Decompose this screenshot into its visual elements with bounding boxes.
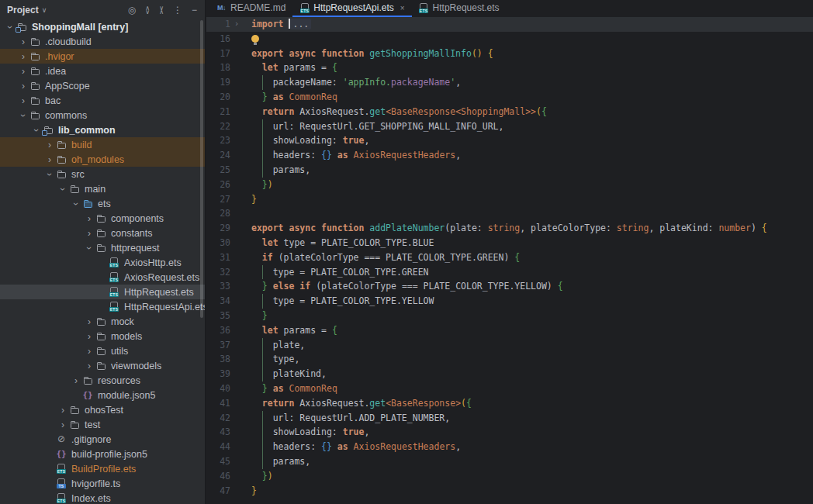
line-number[interactable]: 40 [206,381,230,396]
chevron-expanded-icon[interactable]: › [85,243,94,254]
line-number[interactable]: 28 [206,206,230,221]
tree-item[interactable]: ›utils [0,343,205,358]
tree-item[interactable]: ›mock [0,314,205,329]
line-number[interactable]: 18 [206,60,230,75]
code-line[interactable]: 16 [206,32,813,47]
chevron-collapsed-icon[interactable]: › [57,406,68,415]
chevron-expanded-icon[interactable]: › [19,110,28,121]
chevron-collapsed-icon[interactable]: › [84,214,95,223]
code-line[interactable]: 31 if (plateColorType === PLATE_COLOR_TY… [206,250,813,265]
chevron-collapsed-icon[interactable]: › [84,361,95,371]
code-line[interactable]: 42 url: RequestUrl.ADD_PLATE_NUMBER, [206,411,813,426]
line-number[interactable]: 1 [206,17,230,32]
chevron-collapsed-icon[interactable]: › [84,317,95,326]
code-line[interactable]: 24 headers: {} as AxiosRequestHeaders, [206,148,813,163]
chevron-collapsed-icon[interactable]: › [84,347,95,356]
code-line[interactable]: 21 return AxiosRequest.get<BaseResponse<… [206,105,813,119]
line-number[interactable]: 36 [206,323,230,338]
code-line[interactable]: 30 let type = PLATE_COLOR_TYPE.BLUE [206,236,813,250]
hide-panel-icon[interactable]: − [192,5,197,15]
tree-item[interactable]: ›lib_common [0,123,205,137]
code-line[interactable]: 44 headers: {} as AxiosRequestHeaders, [206,440,813,454]
tree-item[interactable]: ETSHttpRequestApi.ets [0,299,205,314]
chevron-expanded-icon[interactable]: › [32,125,41,136]
tree-item[interactable]: ›.cloudbuild [0,34,205,49]
line-number[interactable]: 27 [206,192,230,207]
tree-item[interactable]: ETSHttpRequest.ets [0,285,205,299]
collapse-all-icon[interactable]: ∨∧ [159,6,164,14]
fold-marker-icon[interactable]: › [230,17,243,32]
line-number[interactable]: 35 [206,309,230,323]
line-number[interactable]: 46 [206,469,230,484]
code-line[interactable]: 33 } else if (plateColorType === PLATE_C… [206,279,813,294]
code-line[interactable]: 41 return AxiosRequest.get<BaseResponse>… [206,396,813,411]
chevron-expanded-icon[interactable]: › [71,198,81,209]
line-number[interactable]: 34 [206,294,230,309]
line-number[interactable]: 38 [206,352,230,367]
line-number[interactable]: 45 [206,454,230,469]
code-line[interactable]: 27} [206,192,813,207]
code-line[interactable]: 17export async function getShoppingMallI… [206,47,813,61]
panel-scrollbar[interactable] [200,20,203,318]
tree-item[interactable]: ›ohosTest [0,402,205,417]
line-number[interactable]: 44 [206,440,230,454]
code-line[interactable]: 25 params, [206,163,813,178]
editor-tab[interactable]: M↓README.md [209,0,292,17]
intention-bulb-icon[interactable] [251,35,259,43]
tree-item[interactable]: ›.hvigor [0,49,205,64]
tree-item[interactable]: ETSAxiosRequest.ets [0,270,205,285]
line-number[interactable]: 42 [206,411,230,426]
code-line[interactable]: 39 plateKind, [206,367,813,381]
tree-item[interactable]: ›AppScope [0,78,205,93]
tree-item[interactable]: ›bac [0,93,205,108]
code-line[interactable]: 47} [206,484,813,499]
tree-item[interactable]: ›.idea [0,64,205,78]
chevron-collapsed-icon[interactable]: › [71,376,81,385]
chevron-expanded-icon[interactable]: › [45,169,54,180]
tree-item[interactable]: ›src [0,167,205,181]
line-number[interactable]: 30 [206,236,230,250]
tree-item[interactable]: ⊘.gitignore [0,432,205,447]
code-line[interactable]: 43 showLoading: true, [206,425,813,440]
line-number[interactable]: 24 [206,148,230,163]
tree-item[interactable]: ›components [0,211,205,226]
tree-item[interactable]: TShvigorfile.ts [0,476,205,491]
code-line[interactable]: 28 [206,206,813,221]
line-number[interactable]: 16 [206,32,230,47]
chevron-collapsed-icon[interactable]: › [44,155,55,164]
tab-close-icon[interactable]: × [400,4,405,12]
tree-item[interactable]: ›resources [0,373,205,388]
line-number[interactable]: 29 [206,221,230,236]
chevron-collapsed-icon[interactable]: › [18,67,29,76]
chevron-collapsed-icon[interactable]: › [84,229,95,238]
tree-item[interactable]: ›ShoppingMall [entry] [0,19,205,34]
line-number[interactable]: 21 [206,105,230,119]
editor-tab[interactable]: ETSHttpRequestApi.ets× [292,0,411,17]
tree-item[interactable]: ETSAxiosHttp.ets [0,255,205,270]
line-number[interactable]: 32 [206,265,230,280]
code-line[interactable]: 29export async function addPlateNumber(p… [206,221,813,236]
more-options-icon[interactable]: ⋮ [173,5,182,15]
code-line[interactable]: 1›import ... [206,17,813,32]
code-line[interactable]: 34 type = PLATE_COLOR_TYPE.YELLOW [206,294,813,309]
tree-item[interactable]: ETSIndex.ets [0,491,205,504]
code-line[interactable]: 37 plate, [206,338,813,353]
chevron-collapsed-icon[interactable]: › [18,96,29,105]
line-number[interactable]: 23 [206,133,230,148]
line-number[interactable]: 17 [206,47,230,61]
chevron-expanded-icon[interactable]: › [5,22,15,33]
panel-title[interactable]: Project [7,5,39,16]
tree-item[interactable]: ›oh_modules [0,152,205,167]
line-number[interactable]: 43 [206,425,230,440]
tree-item[interactable]: ›main [0,181,205,196]
tree-item[interactable]: ›build [0,137,205,152]
tree-item[interactable]: ›viewmodels [0,358,205,373]
tree-item[interactable]: ›httprequest [0,240,205,255]
line-number[interactable]: 20 [206,90,230,105]
line-number[interactable]: 31 [206,250,230,265]
tree-item[interactable]: ›ets [0,196,205,211]
tree-item[interactable]: ETSBuildProfile.ets [0,461,205,476]
panel-title-chevron-icon[interactable]: ∨ [42,6,47,14]
line-number[interactable]: 26 [206,178,230,192]
code-line[interactable]: 26 }) [206,178,813,192]
